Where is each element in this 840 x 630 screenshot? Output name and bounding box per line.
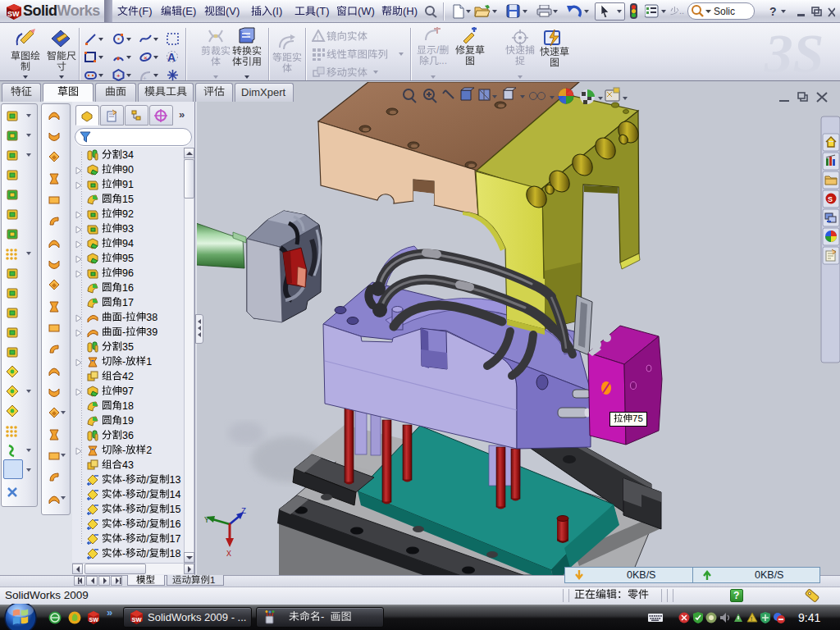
svg-text:-: - [122,326,126,338]
svg-text:(T): (T) [316,6,330,17]
svg-text:/: / [146,533,149,545]
svg-text:/: / [146,474,149,486]
svg-text:-: - [122,548,126,559]
svg-text:X: X [226,550,231,559]
svg-text:43: 43 [122,459,134,471]
svg-text:(I): (I) [272,6,282,17]
svg-text:!: ! [751,615,752,623]
svg-text:SW: SW [89,617,99,623]
svg-text:S: S [828,195,833,203]
svg-text:93: 93 [122,223,134,235]
svg-text:/: / [146,489,149,500]
svg-text:97: 97 [122,386,134,397]
svg-text:19: 19 [122,415,134,427]
svg-text:95: 95 [122,253,134,264]
svg-text:(E): (E) [182,6,196,17]
svg-text:(V): (V) [226,6,240,17]
svg-text:(H): (H) [403,6,418,17]
svg-text:1: 1 [210,575,215,585]
svg-text:13: 13 [170,474,181,486]
svg-text:..: .. [679,7,684,16]
svg-text:/: / [436,45,440,56]
svg-text:-: - [122,533,126,545]
svg-text:-: - [122,312,126,323]
svg-text:-: - [122,445,126,456]
svg-text:39: 39 [146,326,158,338]
svg-text:+: + [116,57,120,62]
svg-text:-: - [122,356,126,368]
svg-text:38: 38 [146,312,158,323]
svg-text:17: 17 [170,533,181,545]
svg-text:36: 36 [122,430,134,441]
svg-text:/: / [146,548,149,559]
svg-text:-: - [122,489,126,500]
svg-text:16: 16 [122,282,134,294]
svg-text:96: 96 [122,267,134,279]
svg-text:35: 35 [122,341,134,353]
svg-text:×: × [144,54,148,62]
svg-text:17: 17 [122,297,134,308]
svg-text:/: / [146,518,149,530]
svg-text:...: ... [439,56,447,66]
svg-text:92: 92 [122,208,134,220]
svg-text:94: 94 [122,238,134,249]
svg-text:+: + [116,72,121,80]
svg-text:/: / [146,504,149,515]
svg-text:18: 18 [122,400,134,412]
svg-text:91: 91 [122,179,134,190]
svg-text:Y: Y [204,516,209,525]
svg-text:-: - [321,611,324,623]
svg-text:90: 90 [122,164,134,176]
svg-text:14: 14 [170,489,181,500]
svg-text:!: ! [317,34,319,42]
svg-text:18: 18 [170,548,181,559]
svg-text:16: 16 [170,518,181,530]
svg-text:-: - [122,518,126,530]
svg-text:1: 1 [146,356,152,368]
svg-text:15: 15 [122,194,134,205]
svg-text:(F): (F) [139,6,153,17]
svg-text:42: 42 [122,371,134,382]
svg-text:2: 2 [146,445,152,456]
svg-text:SW: SW [7,10,20,18]
svg-text:15: 15 [170,504,181,515]
svg-text:-: - [122,504,126,515]
svg-text:+: + [143,75,147,82]
svg-text:Z: Z [241,507,246,516]
svg-text:34: 34 [122,149,134,161]
svg-text:SW: SW [132,616,143,623]
svg-text:-: - [122,474,126,486]
svg-text:75: 75 [632,413,643,423]
svg-text:(W): (W) [358,6,375,17]
